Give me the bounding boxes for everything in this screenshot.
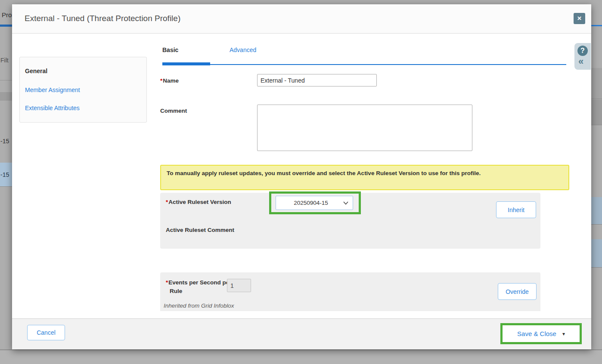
tab-basic[interactable]: Basic	[162, 46, 178, 53]
active-tab-indicator	[162, 62, 210, 65]
inherited-note: Inherited from Grid Infoblox	[164, 302, 234, 309]
help-icon: ?	[580, 47, 585, 55]
background-row-band	[591, 99, 602, 125]
collapse-button[interactable]: «	[578, 56, 583, 67]
required-asterisk: *	[166, 279, 168, 286]
background-row-band	[591, 68, 602, 99]
comment-textarea[interactable]	[257, 105, 472, 151]
background-row-band	[591, 197, 602, 225]
close-icon: ×	[577, 14, 582, 23]
chevron-double-left-icon: «	[578, 56, 583, 67]
background-tab-label: Pro	[2, 11, 12, 19]
help-button[interactable]: ?	[577, 46, 588, 56]
sidebar-item-extensible-attributes[interactable]: Extensible Attributes	[25, 105, 80, 111]
sidebar-item-general[interactable]: General	[25, 68, 47, 74]
required-asterisk: *	[160, 77, 162, 84]
warning-banner: To manually apply ruleset updates, you m…	[160, 165, 569, 190]
background-filter-label: Filt	[0, 57, 9, 64]
required-asterisk: *	[166, 199, 168, 205]
cancel-button[interactable]: Cancel	[27, 325, 65, 340]
active-ruleset-comment-label: Active Ruleset Comment	[166, 227, 234, 233]
override-button[interactable]: Override	[498, 283, 537, 300]
name-label: *Name	[160, 77, 179, 84]
background-row-label: -15	[0, 138, 9, 145]
dialog-titlebar: External - Tuned (Threat Protection Prof…	[12, 4, 591, 34]
events-per-second-label: *Events per Second per	[166, 279, 232, 286]
events-per-second-input	[227, 279, 251, 292]
close-button[interactable]: ×	[574, 13, 585, 24]
threat-protection-profile-dialog: External - Tuned (Threat Protection Prof…	[12, 4, 591, 349]
tab-underline	[162, 64, 566, 65]
highlight-box-save-close	[500, 323, 582, 344]
background-table-header	[0, 92, 12, 101]
help-panel: ? «	[574, 43, 591, 70]
sidebar-nav: General Member Assignment Extensible Att…	[19, 57, 147, 123]
background-bottom-strip	[0, 349, 602, 364]
background-row-band	[591, 239, 602, 268]
sidebar-item-member-assignment[interactable]: Member Assignment	[25, 86, 80, 93]
tab-advanced[interactable]: Advanced	[230, 46, 256, 53]
active-ruleset-version-label: *Active Ruleset Version	[166, 199, 231, 205]
inherit-button[interactable]: Inherit	[496, 201, 536, 218]
events-per-second-label-line2: Rule	[170, 288, 182, 294]
comment-label: Comment	[160, 108, 187, 114]
name-input[interactable]	[257, 74, 377, 86]
dialog-title: External - Tuned (Threat Protection Prof…	[25, 14, 180, 23]
background-row-label: -15	[0, 171, 9, 178]
background-blue-line	[591, 25, 602, 26]
background-divider	[0, 80, 12, 80]
highlight-box-ruleset-select	[269, 191, 361, 214]
